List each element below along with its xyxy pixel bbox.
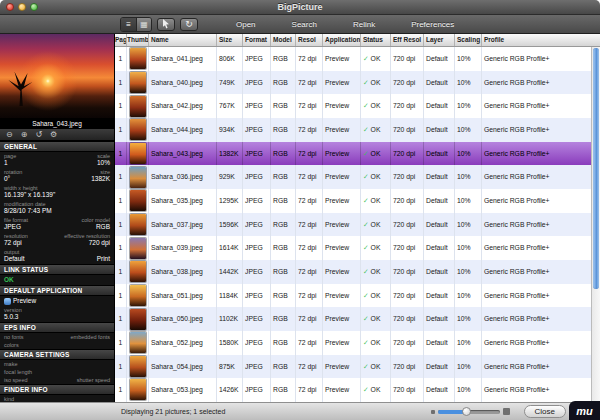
relink-button[interactable]: Relink [353, 20, 375, 29]
status-cell: ✓ OK [361, 378, 391, 402]
table-row[interactable]: 1Sahara_038.jpeg1442KJPEGRGB72 dpiPrevie… [115, 260, 591, 284]
resol-cell: 72 dpi [296, 165, 323, 189]
column-header-format[interactable]: Format [243, 34, 271, 46]
field-value: 5.0.3 [4, 313, 18, 321]
gear-icon[interactable]: ⚙ [50, 130, 57, 139]
size-cell: 767K [217, 94, 243, 118]
close-button[interactable]: Close [524, 405, 566, 418]
preview-image[interactable] [0, 34, 114, 118]
thumb-cell [127, 94, 149, 118]
field-value: 16.139" x 16.139" [4, 191, 55, 199]
row-thumbnail [130, 261, 146, 282]
application-cell: Preview [323, 189, 361, 213]
layer-cell: Default [424, 378, 455, 402]
section-title-default-application: DEFAULT APPLICATION [0, 285, 114, 296]
row-thumbnail [130, 332, 146, 353]
layer-cell: Default [424, 284, 455, 308]
scaling-cell: 10% [455, 142, 482, 166]
column-header-page-[interactable]: Page# [115, 34, 127, 46]
table-row[interactable]: 1Sahara_036.jpeg929KJPEGRGB72 dpiPreview… [115, 165, 591, 189]
column-header-name[interactable]: Name [149, 34, 217, 46]
thumb-cell [127, 189, 149, 213]
column-header-eff-resol[interactable]: Eff Resol [391, 34, 424, 46]
format-cell: JPEG [243, 142, 271, 166]
thumbnail-size-slider[interactable] [438, 410, 500, 414]
rotate-icon[interactable]: ↺ [35, 130, 42, 139]
status-cell: ✓ OK [361, 142, 391, 166]
column-header-resol[interactable]: Resol [296, 34, 323, 46]
table-body: 1Sahara_041.jpeg806KJPEGRGB72 dpiPreview… [115, 47, 591, 402]
profile-cell: Generic RGB Profile+ [482, 378, 591, 402]
layer-cell: Default [424, 189, 455, 213]
name-cell: Sahara_053.jpeg [149, 378, 217, 402]
eff_resol-cell: 720 dpi [391, 213, 424, 237]
cursor-tool-button[interactable] [157, 18, 175, 31]
eff_resol-cell: 720 dpi [391, 378, 424, 402]
table-row[interactable]: 1Sahara_035.jpeg1295KJPEGRGB72 dpiPrevie… [115, 189, 591, 213]
status-cell: ✓ OK [361, 284, 391, 308]
search-button[interactable]: Search [292, 20, 317, 29]
profile-cell: Generic RGB Profile+ [482, 71, 591, 95]
table-row[interactable]: 1Sahara_039.jpeg1614KJPEGRGB72 dpiPrevie… [115, 236, 591, 260]
name-cell: Sahara_054.jpeg [149, 355, 217, 379]
refresh-icon: ↻ [185, 19, 193, 29]
column-header-size[interactable]: Size [217, 34, 243, 46]
grid-view-icon: ▦ [140, 20, 148, 29]
thumb-cell [127, 260, 149, 284]
table-row[interactable]: 1Sahara_037.jpeg1596KJPEGRGB72 dpiPrevie… [115, 213, 591, 237]
column-header-profile[interactable]: Profile [482, 34, 600, 46]
column-header-model[interactable]: Model [271, 34, 296, 46]
sidebar-sections: GENERALpagescale110%rotationsize0°1382Kw… [0, 141, 114, 402]
layer-cell: Default [424, 213, 455, 237]
table-row-selected[interactable]: 1Sahara_043.jpeg1382KJPEGRGB72 dpiPrevie… [115, 142, 591, 166]
size-cell: 749K [217, 71, 243, 95]
model-cell: RGB [271, 236, 296, 260]
format-cell: JPEG [243, 71, 271, 95]
column-header-application[interactable]: Application [323, 34, 361, 46]
table-row[interactable]: 1Sahara_050.jpeg1102KJPEGRGB72 dpiPrevie… [115, 307, 591, 331]
format-cell: JPEG [243, 47, 271, 71]
resol-cell: 72 dpi [296, 236, 323, 260]
close-window-button[interactable] [6, 3, 14, 11]
column-header-status[interactable]: Status [361, 34, 391, 46]
column-header-layer[interactable]: Layer [424, 34, 455, 46]
row-thumbnail [130, 72, 146, 93]
format-cell: JPEG [243, 307, 271, 331]
column-header-scaling[interactable]: Scaling [455, 34, 482, 46]
grid-view-button[interactable]: ▦ [136, 18, 151, 31]
layer-cell: Default [424, 165, 455, 189]
layer-cell: Default [424, 47, 455, 71]
table-row[interactable]: 1Sahara_041.jpeg806KJPEGRGB72 dpiPreview… [115, 47, 591, 71]
scaling-cell: 10% [455, 71, 482, 95]
application-cell: Preview [323, 118, 361, 142]
scaling-cell: 10% [455, 355, 482, 379]
scrollbar-thumb[interactable] [593, 48, 599, 289]
slider-knob[interactable] [462, 407, 471, 416]
zoom-window-button[interactable] [30, 3, 38, 11]
table-row[interactable]: 1Sahara_044.jpeg934KJPEGRGB72 dpiPreview… [115, 118, 591, 142]
zoom-in-icon[interactable]: ⊕ [21, 130, 28, 139]
minimize-window-button[interactable] [18, 3, 26, 11]
eff_resol-cell: 720 dpi [391, 94, 424, 118]
table-row[interactable]: 1Sahara_051.jpeg1184KJPEGRGB72 dpiPrevie… [115, 284, 591, 308]
list-view-button[interactable]: ≡ [121, 18, 136, 31]
vertical-scrollbar[interactable] [591, 47, 600, 402]
preferences-button[interactable]: Preferences [411, 20, 454, 29]
table-row[interactable]: 1Sahara_053.jpeg1426KJPEGRGB72 dpiPrevie… [115, 378, 591, 402]
table-row[interactable]: 1Sahara_054.jpeg875KJPEGRGB72 dpiPreview… [115, 355, 591, 379]
section-title-link-status: LINK STATUS [0, 264, 114, 275]
layer-cell: Default [424, 142, 455, 166]
application-cell: Preview [323, 307, 361, 331]
table-row[interactable]: 1Sahara_042.jpeg767KJPEGRGB72 dpiPreview… [115, 94, 591, 118]
row-thumbnail [130, 285, 146, 306]
format-cell: JPEG [243, 284, 271, 308]
refresh-button[interactable]: ↻ [180, 18, 198, 31]
open-button[interactable]: Open [236, 20, 256, 29]
column-header-thumb[interactable]: Thumb [127, 34, 149, 46]
profile-cell: Generic RGB Profile+ [482, 331, 591, 355]
layer-cell: Default [424, 331, 455, 355]
zoom-out-icon[interactable]: ⊖ [6, 130, 13, 139]
table-row[interactable]: 1Sahara_052.jpeg1580KJPEGRGB72 dpiPrevie… [115, 331, 591, 355]
resol-cell: 72 dpi [296, 284, 323, 308]
table-row[interactable]: 1Sahara_040.jpeg749KJPEGRGB72 dpiPreview… [115, 71, 591, 95]
